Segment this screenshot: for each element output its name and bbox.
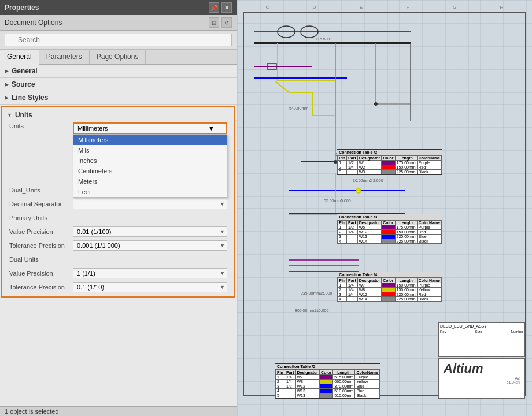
dual-tol-prec-label: Tolerance Precision: [9, 284, 73, 291]
svg-point-15: [374, 102, 378, 106]
panel-title: Properties: [5, 3, 39, 12]
units-section: ▼ Units Units Millimeters ▼ Millimeters: [1, 106, 235, 298]
border-top-labels: CDEFGH: [244, 5, 525, 10]
section-source-label: Source: [12, 80, 35, 88]
dual-tol-prec-wrapper: 0.1 (1/10) ▼: [73, 282, 227, 292]
tolerance-precision-row: Tolerance Precision 0.001 (1/1 000) ▼: [5, 239, 232, 252]
tabs-bar: General Parameters Page Options: [0, 50, 237, 65]
search-wrapper: 🔍: [5, 34, 232, 46]
dual-tolerance-precision-row: Tolerance Precision 0.1 (1/10) ▼: [5, 280, 232, 294]
units-dropdown-container: Millimeters ▼ Millimeters Mils Inches Ce…: [73, 122, 227, 134]
panel-header-icons: 📌 ✕: [209, 2, 232, 13]
section-line-styles-label: Line Styles: [12, 94, 48, 102]
dual-value-prec-label: Value Precision: [9, 270, 73, 277]
connection-table-4: Connection Table /4 PinPartDesignatorCol…: [337, 272, 442, 302]
search-bar: 🔍: [0, 31, 237, 50]
primary-units-label: Primary Units: [9, 214, 73, 221]
decimal-separator-row: Decimal Separator ▼: [5, 197, 232, 211]
status-text: 1 object is selected: [5, 408, 59, 415]
units-dropdown-list: Millimeters Mils Inches Centimeters Mete…: [73, 134, 227, 198]
section-general[interactable]: ▶ General: [0, 65, 237, 78]
option-centimeters[interactable]: Centimeters: [73, 166, 227, 176]
svg-text:10.00mm2 2.000: 10.00mm2 2.000: [353, 179, 383, 183]
status-bar: 1 object is selected: [0, 406, 237, 416]
panel-header-title: Properties: [5, 3, 39, 12]
dual-value-precision-select[interactable]: 1 (1/1): [73, 268, 227, 278]
save-button[interactable]: ⊟: [209, 17, 219, 28]
triangle-linestyles-icon: ▶: [5, 95, 9, 101]
svg-text:55.00mm5.000: 55.00mm5.000: [324, 199, 351, 203]
title-block-content: DECO_ECU_GND_ASSY: [440, 324, 523, 329]
subheader-icons: ⊟ ↺: [209, 17, 232, 28]
close-button[interactable]: ✕: [221, 2, 232, 13]
altium-logo: Altium A2 c1.0-en: [438, 358, 525, 399]
dual-units-label: Dual_Units: [9, 187, 73, 194]
value-precision-input[interactable]: [73, 226, 227, 237]
schematic-content: CDEFGH 1234567: [237, 0, 532, 416]
connection-table-5: Connection Table /5 PinPartDesignatorCol…: [275, 363, 380, 399]
units-dropdown-display[interactable]: Millimeters ▼: [73, 122, 227, 134]
option-mils[interactable]: Mils: [73, 145, 227, 155]
units-field-label: Units: [9, 122, 73, 129]
panel-header: Properties 📌 ✕: [0, 0, 237, 15]
section-general-label: General: [12, 67, 38, 75]
value-precision-row: Value Precision ▼: [5, 225, 232, 239]
altium-sub: A2 c1.0-en: [444, 376, 520, 384]
tab-page-options[interactable]: Page Options: [90, 50, 146, 64]
subtitle: Document Options: [5, 18, 62, 27]
value-precision-label: Value Precision: [9, 228, 73, 235]
altium-text: Altium: [444, 361, 520, 376]
properties-panel: Properties 📌 ✕ Document Options ⊟ ↺ 🔍 Ge: [0, 0, 237, 416]
dual-value-prec-wrapper: 1 (1/1) ▼: [73, 268, 227, 278]
decimal-separator-input[interactable]: [73, 199, 227, 209]
option-millimeters[interactable]: Millimeters: [73, 135, 227, 145]
tolerance-precision-wrapper: 0.001 (1/1 000) ▼: [73, 240, 227, 251]
pin-button[interactable]: 📌: [209, 2, 219, 13]
triangle-source-icon: ▶: [5, 81, 9, 87]
dual-units-section-label: Dual Units: [9, 256, 73, 263]
units-row: Units Millimeters ▼ Millimeters Mils Inc…: [5, 121, 232, 136]
primary-units-row: Primary Units: [5, 211, 232, 225]
units-dropdown-arrow-icon: ▼: [208, 125, 215, 132]
decimal-sep-dropdown-wrapper: ▼: [73, 199, 227, 209]
decimal-separator-label: Decimal Separator: [9, 200, 73, 207]
svg-text:540.00mm: 540.00mm: [289, 106, 308, 110]
dual-units-section-row: Dual Units: [5, 252, 232, 266]
units-selected-value: Millimeters: [77, 125, 108, 132]
tab-parameters[interactable]: Parameters: [39, 50, 90, 64]
tolerance-precision-select[interactable]: 0.001 (1/1 000): [73, 240, 227, 251]
connection-table-3: Connection Table /3 PinPartDesignatorCol…: [337, 214, 442, 244]
value-precision-wrapper: ▼: [73, 226, 227, 237]
tab-general[interactable]: General: [0, 50, 39, 65]
section-source[interactable]: ▶ Source: [0, 78, 237, 91]
dual-value-precision-row: Value Precision 1 (1/1) ▼: [5, 266, 232, 280]
option-meters[interactable]: Meters: [73, 176, 227, 187]
connection-table-2: Connection Table /2 PinPartDesignatorCol…: [337, 149, 442, 175]
svg-text:225.00mm15.000: 225.00mm15.000: [301, 291, 332, 295]
option-inches[interactable]: Inches: [73, 155, 227, 166]
title-block-info: RevSizeNumber: [440, 330, 523, 333]
svg-text:+15.500: +15.500: [315, 37, 330, 41]
schematic-panel[interactable]: CDEFGH 1234567: [237, 0, 532, 416]
panel-subheader: Document Options ⊟ ↺: [0, 15, 237, 31]
search-input[interactable]: [5, 34, 232, 46]
tolerance-precision-label: Tolerance Precision: [9, 242, 73, 249]
triangle-general-icon: ▶: [5, 68, 9, 74]
section-line-styles[interactable]: ▶ Line Styles: [0, 91, 237, 105]
config-button[interactable]: ↺: [221, 17, 232, 28]
option-feet[interactable]: Feet: [73, 187, 227, 197]
svg-text:800.00mm110.000: 800.00mm110.000: [295, 309, 328, 313]
triangle-units-icon: ▼: [7, 112, 12, 118]
section-units-label: Units: [15, 111, 32, 119]
section-units-header[interactable]: ▼ Units: [5, 109, 232, 121]
dual-tolerance-precision-select[interactable]: 0.1 (1/10): [73, 282, 227, 292]
panel-content: ▶ General ▶ Source ▶ Line Styles ▼ Units: [0, 65, 237, 406]
title-block: DECO_ECU_GND_ASSY RevSizeNumber: [438, 322, 525, 357]
